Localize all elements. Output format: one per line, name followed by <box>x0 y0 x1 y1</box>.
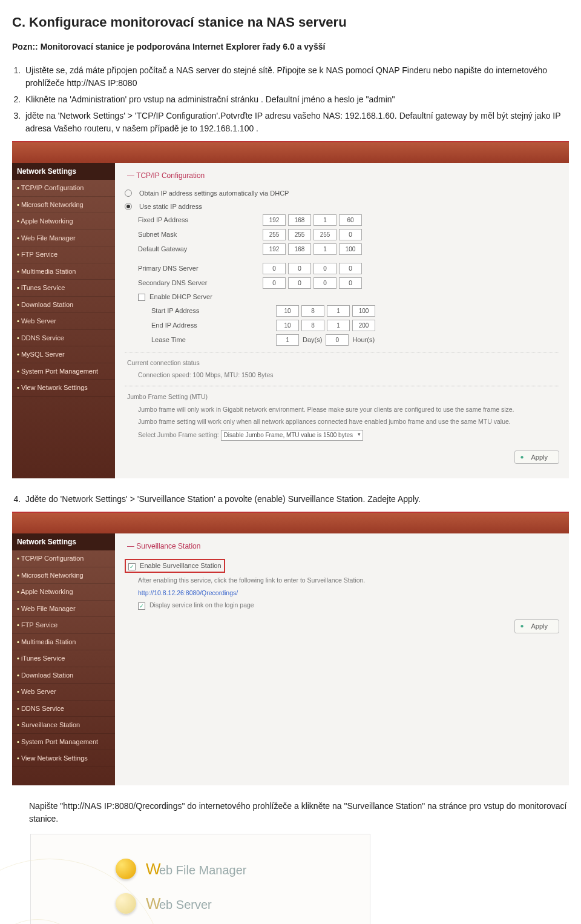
sidebar-item-webserver[interactable]: Web Server <box>12 684 115 701</box>
ip-gw-3[interactable]: 1 <box>313 243 336 255</box>
lease-days[interactable]: 1 <box>276 334 299 346</box>
step-2: Klikněte na 'Administration' pro vstup n… <box>23 93 569 106</box>
sidebar-item-mysql[interactable]: MySQL Server <box>12 346 115 363</box>
label-end-ip: End IP Address <box>125 320 272 331</box>
sidebar-item-apple[interactable]: Apple Networking <box>12 584 115 601</box>
ip-sip-4[interactable]: 100 <box>352 305 375 317</box>
sidebar-item-viewnet[interactable]: View Network Settings <box>12 750 115 767</box>
ip-sdns-1[interactable]: 0 <box>263 277 286 289</box>
service-first-letter: W <box>146 857 159 881</box>
lease-days-unit: Day(s) <box>303 335 322 345</box>
dot-icon <box>116 893 136 914</box>
admin-panel-surveillance: Network Settings TCP/IP Configuration Mi… <box>12 512 569 785</box>
page-heading: C. Konfigurace monitorovací stanice na N… <box>12 12 569 32</box>
ip-sdns-2[interactable]: 0 <box>288 277 311 289</box>
label-fixed-ip: Fixed IP Address <box>125 215 259 225</box>
lease-hours[interactable]: 0 <box>326 334 349 346</box>
sidebar-item-download[interactable]: Download Station <box>12 297 115 314</box>
ip-eip-2[interactable]: 8 <box>301 320 324 331</box>
admin-header-2 <box>12 513 569 533</box>
support-note: Pozn:: Monitorovací stanice je podporová… <box>12 41 569 53</box>
sidebar-item-itunes[interactable]: iTunes Service <box>12 650 115 667</box>
sidebar-item-webserver[interactable]: Web Server <box>12 313 115 330</box>
ip-eip-3[interactable]: 1 <box>327 320 350 331</box>
sidebar-item-tcpip[interactable]: TCP/IP Configuration <box>12 550 115 567</box>
ip-pdns-4[interactable]: 0 <box>339 263 362 274</box>
ip-eip-4[interactable]: 200 <box>352 320 375 331</box>
label-gateway: Default Gateway <box>125 244 259 254</box>
sidebar-item-webfm[interactable]: Web File Manager <box>12 601 115 618</box>
sidebar-item-msnet[interactable]: Microsoft Networking <box>12 567 115 584</box>
jumbo-title: Jumbo Frame Setting (MTU) <box>127 392 559 401</box>
step-4: Jděte do 'Network Settings' > 'Surveilla… <box>23 493 569 506</box>
ip-mask-1[interactable]: 255 <box>263 229 286 240</box>
ip-eip-1[interactable]: 10 <box>276 320 299 331</box>
checkbox-enable-surveillance[interactable] <box>128 563 136 570</box>
ip-sip-3[interactable]: 1 <box>327 305 350 317</box>
conn-status-label: Current connection status <box>127 358 559 368</box>
ip-sdns-4[interactable]: 0 <box>339 277 362 289</box>
sidebar-item-portmgmt[interactable]: System Port Management <box>12 363 115 380</box>
sidebar-item-download[interactable]: Download Station <box>12 667 115 684</box>
radio-static-label: Use static IP address <box>139 202 202 212</box>
jumbo-note-1: Jumbo frame will only work in Gigabit ne… <box>138 405 559 414</box>
service-web-server[interactable]: Web Server <box>116 892 358 916</box>
sidebar-item-viewnet[interactable]: View Network Settings <box>12 380 115 397</box>
sidebar-item-msnet[interactable]: Microsoft Networking <box>12 197 115 214</box>
sidebar-item-ddns[interactable]: DDNS Service <box>12 701 115 718</box>
lease-hours-unit: Hour(s) <box>352 335 375 345</box>
sidebar-item-apple[interactable]: Apple Networking <box>12 213 115 230</box>
ip-gw-2[interactable]: 168 <box>288 243 311 255</box>
sidebar-heading: Network Settings <box>12 163 115 180</box>
ip-sdns-3[interactable]: 0 <box>313 277 336 289</box>
ip-sip-2[interactable]: 8 <box>301 305 324 317</box>
ip-gw-1[interactable]: 192 <box>263 243 286 255</box>
ip-gw-4[interactable]: 100 <box>339 243 362 255</box>
checkbox-display-link[interactable] <box>138 602 145 610</box>
ip-mask-2[interactable]: 255 <box>288 229 311 240</box>
radio-static[interactable] <box>125 203 132 210</box>
label-pdns: Primary DNS Server <box>125 263 259 274</box>
admin-panel-tcpip: Network Settings TCP/IP Configuration Mi… <box>12 141 569 478</box>
ip-fixed-3[interactable]: 1 <box>313 214 336 226</box>
sidebar-item-tcpip[interactable]: TCP/IP Configuration <box>12 180 115 197</box>
checkbox-dhcp-server-label: Enable DHCP Server <box>149 293 212 300</box>
dot-icon <box>116 859 136 879</box>
ip-pdns-3[interactable]: 0 <box>313 263 336 274</box>
sidebar-item-surveillance[interactable]: Surveillance Station <box>12 717 115 734</box>
ip-fixed-4[interactable]: 60 <box>339 214 362 226</box>
service-rest-label: eb File Manager <box>159 863 247 877</box>
jumbo-note-2: Jumbo frame setting will work only when … <box>138 417 559 426</box>
label-lease: Lease Time <box>125 335 272 345</box>
sidebar-item-portmgmt[interactable]: System Port Management <box>12 734 115 751</box>
admin-sidebar: Network Settings TCP/IP Configuration Mi… <box>12 163 115 478</box>
admin-main-tcpip: — TCP/IP Configuration Obtain IP address… <box>115 163 569 478</box>
ip-mask-3[interactable]: 255 <box>313 229 336 240</box>
service-rest-label: eb Server <box>159 898 212 911</box>
apply-button[interactable]: Apply <box>514 450 559 464</box>
apply-button-2[interactable]: Apply <box>514 619 559 633</box>
jumbo-select[interactable]: Disable Jumbo Frame, MTU value is 1500 b… <box>221 430 363 441</box>
ip-mask-4[interactable]: 0 <box>339 229 362 240</box>
label-mask: Subnet Mask <box>125 229 259 240</box>
sidebar-item-ftp[interactable]: FTP Service <box>12 617 115 634</box>
checkbox-dhcp-server[interactable] <box>138 294 145 301</box>
jumbo-select-label: Select Jumbo Frame setting: <box>138 431 219 438</box>
sidebar-item-multimedia[interactable]: Multimedia Station <box>12 263 115 280</box>
sidebar-item-ftp[interactable]: FTP Service <box>12 246 115 263</box>
radio-dhcp[interactable] <box>125 190 132 197</box>
ip-fixed-1[interactable]: 192 <box>263 214 286 226</box>
radio-dhcp-label: Obtain IP address settings automatically… <box>139 188 289 199</box>
ip-pdns-2[interactable]: 0 <box>288 263 311 274</box>
sidebar-item-multimedia[interactable]: Multimedia Station <box>12 634 115 651</box>
sidebar-item-ddns[interactable]: DDNS Service <box>12 330 115 347</box>
service-web-file-manager[interactable]: Web File Manager <box>116 857 358 881</box>
service-first-letter: W <box>146 892 159 916</box>
admin-sidebar-2: Network Settings TCP/IP Configuration Mi… <box>12 533 115 785</box>
surveillance-link[interactable]: http://10.8.12.26:8080/Qrecordings/ <box>138 589 559 598</box>
sidebar-item-webfm[interactable]: Web File Manager <box>12 230 115 247</box>
ip-sip-1[interactable]: 10 <box>276 305 299 317</box>
ip-fixed-2[interactable]: 168 <box>288 214 311 226</box>
ip-pdns-1[interactable]: 0 <box>263 263 286 274</box>
sidebar-item-itunes[interactable]: iTunes Service <box>12 280 115 297</box>
